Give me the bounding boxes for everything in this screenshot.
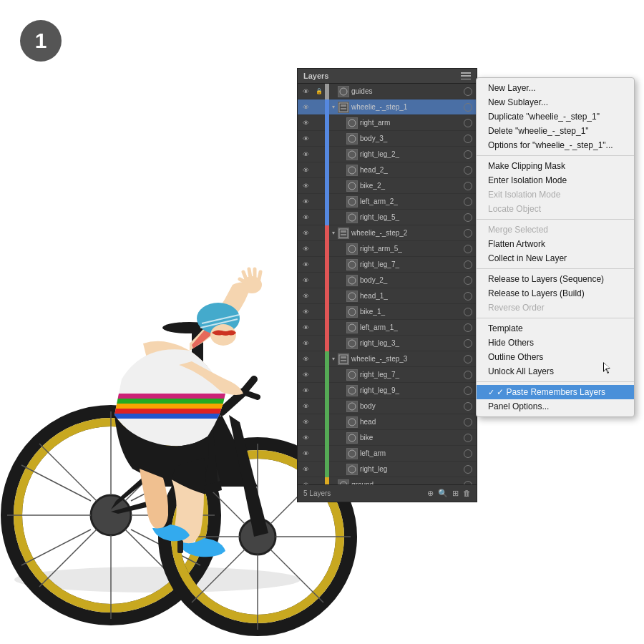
menu-item-collect_new_layer[interactable]: Collect in New Layer bbox=[477, 251, 634, 265]
layer-arrow-bike_2[interactable] bbox=[338, 178, 346, 194]
layer-lock-bike_2[interactable] bbox=[313, 178, 325, 194]
layer-row-right_leg_7[interactable]: 👁right_leg_7_ bbox=[298, 257, 477, 273]
layer-arrow-right_leg_9[interactable] bbox=[338, 383, 346, 399]
menu-item-template[interactable]: Template bbox=[477, 321, 634, 336]
layer-row-bike[interactable]: 👁bike bbox=[298, 430, 477, 446]
layer-target-wheelie_step1[interactable] bbox=[464, 103, 472, 112]
layer-lock-right_arm_5[interactable] bbox=[313, 241, 325, 257]
layer-lock-right_leg_2[interactable] bbox=[313, 147, 325, 162]
layer-row-body[interactable]: 👁body bbox=[298, 399, 477, 414]
layer-arrow-left_arm_2[interactable] bbox=[338, 194, 346, 210]
layer-target-right_arm_5[interactable] bbox=[464, 245, 472, 253]
layer-target-bike[interactable] bbox=[464, 434, 472, 442]
layer-lock-wheelie_step3[interactable] bbox=[313, 351, 325, 367]
layer-target-left_arm[interactable] bbox=[464, 449, 472, 458]
menu-item-outline_others[interactable]: Outline Others bbox=[477, 350, 634, 364]
layer-row-guides[interactable]: 👁🔒guides bbox=[298, 84, 477, 99]
layer-arrow-right_leg_3[interactable] bbox=[338, 336, 346, 351]
layer-target-body[interactable] bbox=[464, 402, 472, 411]
menu-item-make_clipping[interactable]: Make Clipping Mask bbox=[477, 159, 634, 173]
layer-target-right_leg_5[interactable] bbox=[464, 213, 472, 222]
layer-row-left_arm_2[interactable]: 👁left_arm_2_ bbox=[298, 194, 477, 210]
layer-visibility-wheelie_step2[interactable]: 👁 bbox=[298, 225, 313, 241]
delete-layer-icon[interactable]: 🗑 bbox=[463, 489, 471, 498]
layer-lock-bike_1[interactable] bbox=[313, 304, 325, 320]
layer-target-head_1[interactable] bbox=[464, 292, 472, 301]
layer-target-left_arm_1[interactable] bbox=[464, 323, 472, 332]
layer-visibility-ground[interactable]: 👁 bbox=[298, 477, 313, 485]
layer-row-wheelie_step3[interactable]: 👁▾wheelie_-_step_3 bbox=[298, 351, 477, 367]
layer-arrow-body_3[interactable] bbox=[338, 131, 346, 147]
menu-item-unlock_all[interactable]: Unlock All Layers bbox=[477, 364, 634, 379]
layer-target-right_leg_3[interactable] bbox=[464, 339, 472, 348]
layer-visibility-right_leg_3[interactable]: 👁 bbox=[298, 336, 313, 351]
layer-lock-guides[interactable]: 🔒 bbox=[313, 84, 325, 99]
layer-visibility-left_arm[interactable]: 👁 bbox=[298, 446, 313, 462]
layer-arrow-body_2[interactable] bbox=[338, 273, 346, 288]
menu-item-duplicate[interactable]: Duplicate "wheelie_-_step_1" bbox=[477, 109, 634, 124]
layer-lock-right_leg[interactable] bbox=[313, 462, 325, 477]
layer-visibility-right_arm_5[interactable]: 👁 bbox=[298, 241, 313, 257]
layer-row-right_leg_7b[interactable]: 👁right_leg_7_ bbox=[298, 367, 477, 383]
layer-visibility-right_leg_2[interactable]: 👁 bbox=[298, 147, 313, 162]
layer-visibility-right_arm[interactable]: 👁 bbox=[298, 115, 313, 131]
layer-arrow-ground[interactable] bbox=[329, 477, 338, 485]
layer-lock-right_leg_3[interactable] bbox=[313, 336, 325, 351]
layer-target-left_arm_2[interactable] bbox=[464, 197, 472, 206]
layer-arrow-right_leg_7[interactable] bbox=[338, 257, 346, 273]
layer-lock-right_leg_7b[interactable] bbox=[313, 367, 325, 383]
menu-item-hide_others[interactable]: Hide Others bbox=[477, 336, 634, 350]
layer-target-guides[interactable] bbox=[464, 87, 472, 96]
layer-target-bike_1[interactable] bbox=[464, 308, 472, 316]
layer-arrow-right_arm_5[interactable] bbox=[338, 241, 346, 257]
layer-row-ground[interactable]: 👁ground bbox=[298, 477, 477, 484]
layer-visibility-right_leg_9[interactable]: 👁 bbox=[298, 383, 313, 399]
layer-target-right_leg_7b[interactable] bbox=[464, 371, 472, 379]
layer-lock-left_arm_2[interactable] bbox=[313, 194, 325, 210]
layer-arrow-head_1[interactable] bbox=[338, 288, 346, 304]
layer-lock-body_2[interactable] bbox=[313, 273, 325, 288]
layer-arrow-wheelie_step2[interactable]: ▾ bbox=[329, 225, 338, 241]
layer-arrow-bike[interactable] bbox=[338, 430, 346, 446]
layer-target-wheelie_step2[interactable] bbox=[464, 229, 472, 238]
layer-arrow-right_leg_5[interactable] bbox=[338, 210, 346, 225]
layer-lock-left_arm[interactable] bbox=[313, 446, 325, 462]
menu-item-release_build[interactable]: Release to Layers (Build) bbox=[477, 286, 634, 301]
layer-visibility-bike_2[interactable]: 👁 bbox=[298, 178, 313, 194]
layer-row-wheelie_step2[interactable]: 👁▾wheelie_-_step_2 bbox=[298, 225, 477, 241]
layer-arrow-left_arm_1[interactable] bbox=[338, 320, 346, 336]
panel-menu-button[interactable] bbox=[461, 72, 471, 79]
layer-target-body_2[interactable] bbox=[464, 276, 472, 285]
layer-visibility-bike[interactable]: 👁 bbox=[298, 430, 313, 446]
layer-row-body_3[interactable]: 👁body_3_ bbox=[298, 131, 477, 147]
layer-lock-right_leg_9[interactable] bbox=[313, 383, 325, 399]
layer-target-right_arm[interactable] bbox=[464, 119, 472, 127]
layer-lock-right_leg_5[interactable] bbox=[313, 210, 325, 225]
layer-target-right_leg_2[interactable] bbox=[464, 150, 472, 159]
layer-visibility-wheelie_step1[interactable]: 👁 bbox=[298, 99, 313, 115]
layer-visibility-right_leg_7b[interactable]: 👁 bbox=[298, 367, 313, 383]
move-to-new-icon[interactable]: ⊞ bbox=[452, 489, 459, 498]
layer-lock-bike[interactable] bbox=[313, 430, 325, 446]
layer-lock-right_leg_7[interactable] bbox=[313, 257, 325, 273]
layer-target-right_leg_9[interactable] bbox=[464, 386, 472, 395]
layer-visibility-left_arm_2[interactable]: 👁 bbox=[298, 194, 313, 210]
layer-target-head_2[interactable] bbox=[464, 166, 472, 175]
layer-row-left_arm[interactable]: 👁left_arm bbox=[298, 446, 477, 462]
layer-visibility-right_leg_7[interactable]: 👁 bbox=[298, 257, 313, 273]
layer-arrow-right_leg_7b[interactable] bbox=[338, 367, 346, 383]
layer-arrow-wheelie_step3[interactable]: ▾ bbox=[329, 351, 338, 367]
layer-row-head_1[interactable]: 👁head_1_ bbox=[298, 288, 477, 304]
layer-target-wheelie_step3[interactable] bbox=[464, 355, 472, 364]
menu-item-paste_remembers[interactable]: ✓ Paste Remembers Layers bbox=[477, 385, 634, 399]
layer-arrow-head[interactable] bbox=[338, 414, 346, 430]
layer-arrow-guides[interactable] bbox=[329, 84, 338, 99]
layer-row-right_arm[interactable]: 👁right_arm bbox=[298, 115, 477, 131]
new-layer-icon[interactable]: ⊕ bbox=[427, 489, 434, 498]
layer-visibility-head_1[interactable]: 👁 bbox=[298, 288, 313, 304]
layer-visibility-body[interactable]: 👁 bbox=[298, 399, 313, 414]
layer-row-wheelie_step1[interactable]: 👁▾wheelie_-_step_1 bbox=[298, 99, 477, 115]
layer-visibility-right_leg_5[interactable]: 👁 bbox=[298, 210, 313, 225]
menu-item-new_sublayer[interactable]: New Sublayer... bbox=[477, 95, 634, 109]
menu-item-delete[interactable]: Delete "wheelie_-_step_1" bbox=[477, 124, 634, 138]
